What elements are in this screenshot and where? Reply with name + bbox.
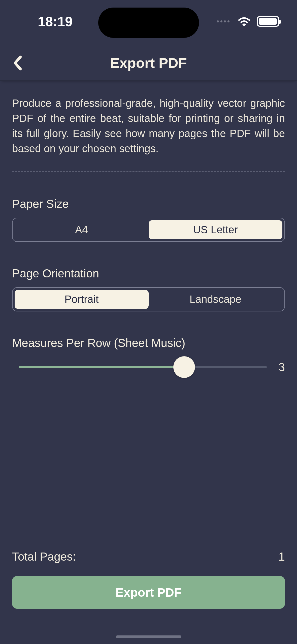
total-pages-row: Total Pages: 1 bbox=[12, 550, 285, 563]
main-content: Produce a professional-grade, high-quali… bbox=[0, 91, 297, 601]
measures-label: Measures Per Row (Sheet Music) bbox=[12, 336, 285, 350]
slider-fill bbox=[19, 366, 184, 368]
wifi-icon bbox=[238, 16, 251, 27]
paper-size-section: Paper Size A4 US Letter bbox=[12, 197, 285, 242]
export-pdf-button[interactable]: Export PDF bbox=[12, 576, 285, 609]
paper-size-option-a4[interactable]: A4 bbox=[15, 220, 149, 239]
battery-icon bbox=[257, 16, 279, 27]
device-notch bbox=[98, 8, 199, 38]
slider-thumb[interactable] bbox=[173, 356, 195, 378]
divider bbox=[12, 171, 285, 172]
measures-slider[interactable] bbox=[12, 360, 267, 374]
orientation-segmented[interactable]: Portrait Landscape bbox=[12, 287, 285, 311]
page-title: Export PDF bbox=[110, 55, 187, 71]
paper-size-label: Paper Size bbox=[12, 197, 285, 211]
status-time: 18:19 bbox=[38, 14, 73, 29]
total-pages-value: 1 bbox=[278, 550, 285, 563]
chevron-left-icon bbox=[13, 55, 22, 71]
status-right bbox=[217, 16, 279, 27]
measures-section: Measures Per Row (Sheet Music) 3 bbox=[12, 336, 285, 374]
orientation-section: Page Orientation Portrait Landscape bbox=[12, 267, 285, 311]
total-pages-label: Total Pages: bbox=[12, 550, 76, 563]
paper-size-segmented[interactable]: A4 US Letter bbox=[12, 218, 285, 242]
back-button[interactable] bbox=[6, 52, 29, 74]
home-indicator bbox=[116, 635, 181, 638]
footer: Total Pages: 1 Export PDF bbox=[0, 550, 297, 609]
orientation-label: Page Orientation bbox=[12, 267, 285, 280]
measures-value: 3 bbox=[275, 360, 285, 374]
description-text: Produce a professional-grade, high-quali… bbox=[12, 96, 285, 156]
paper-size-option-us-letter[interactable]: US Letter bbox=[149, 220, 283, 239]
header: Export PDF bbox=[0, 45, 297, 81]
orientation-option-landscape[interactable]: Landscape bbox=[149, 290, 283, 309]
orientation-option-portrait[interactable]: Portrait bbox=[15, 290, 149, 309]
status-bar: 18:19 bbox=[0, 0, 297, 45]
cellular-dots-icon bbox=[217, 20, 229, 22]
